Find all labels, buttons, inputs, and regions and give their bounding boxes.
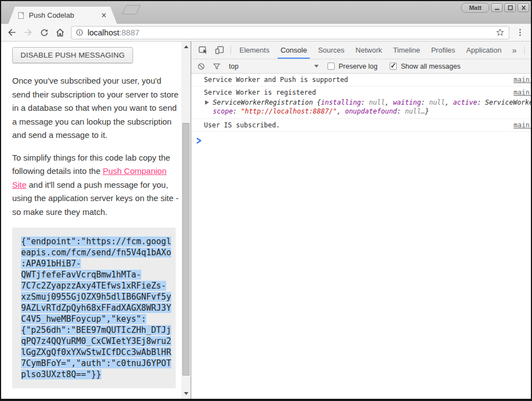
profile-badge[interactable]: Matt bbox=[461, 3, 489, 13]
reload-icon bbox=[39, 28, 49, 38]
show-all-messages-label: Show all messages bbox=[401, 63, 461, 70]
show-all-messages-checkbox[interactable] bbox=[390, 63, 397, 70]
object-preview[interactable]: ServiceWorkerRegistration {installing: n… bbox=[204, 98, 532, 116]
devtools-menu-button[interactable] bbox=[528, 42, 532, 59]
execution-context-value: top bbox=[229, 63, 238, 70]
block-icon bbox=[197, 62, 206, 71]
minimize-icon bbox=[493, 4, 501, 11]
home-icon bbox=[55, 27, 65, 38]
device-toolbar-icon bbox=[214, 45, 225, 55]
scroll-up-icon bbox=[184, 45, 188, 48]
close-button[interactable] bbox=[518, 3, 529, 12]
subscription-code-block: {"endpoint":"https://fcm.googl eapis.com… bbox=[12, 228, 176, 388]
show-all-messages-option[interactable]: Show all messages bbox=[390, 63, 461, 70]
forward-button[interactable] bbox=[20, 25, 36, 40]
url-port: :8887 bbox=[119, 28, 139, 37]
window-controls: Matt bbox=[461, 3, 529, 13]
reload-button[interactable] bbox=[36, 25, 52, 40]
filter-button[interactable] bbox=[212, 62, 221, 71]
page-scrollbar[interactable] bbox=[181, 42, 191, 399]
scroll-down-icon bbox=[184, 392, 188, 395]
browser-window: Push Codelab Matt bbox=[0, 0, 532, 401]
back-button[interactable] bbox=[4, 25, 20, 40]
console-source-link[interactable]: main.js:132 bbox=[514, 89, 532, 96]
home-button[interactable] bbox=[52, 25, 68, 40]
devtools-tab-timeline[interactable]: Timeline bbox=[387, 42, 426, 59]
scroll-down-button[interactable] bbox=[181, 389, 191, 398]
kebab-menu-icon bbox=[515, 28, 525, 37]
preserve-log-label: Preserve log bbox=[339, 63, 377, 70]
paragraph-subscription-info: Once you've subscribed your user, you'd … bbox=[12, 74, 180, 142]
devtools-tab-network[interactable]: Network bbox=[350, 42, 388, 59]
maximize-button[interactable] bbox=[504, 3, 516, 12]
console-message: Service Worker and Push is supportedmain… bbox=[191, 74, 532, 86]
url-host: localhost bbox=[88, 28, 119, 37]
minimize-button[interactable] bbox=[491, 3, 503, 12]
console-message-text: User IS subscribed. bbox=[204, 121, 507, 129]
tab-title: Push Codelab bbox=[29, 11, 101, 19]
content-area: DISABLE PUSH MESSAGING Once you've subsc… bbox=[1, 42, 531, 399]
devtools-tab-application[interactable]: Application bbox=[461, 42, 507, 59]
expand-arrow-icon[interactable] bbox=[205, 100, 209, 105]
prompt-chevron-icon bbox=[196, 137, 202, 144]
execution-context-select[interactable]: top bbox=[229, 63, 319, 70]
preserve-log-checkbox[interactable] bbox=[328, 63, 335, 70]
console-message: Service Worker is registeredmain.js:132S… bbox=[191, 86, 532, 119]
devtools-tab-profiles[interactable]: Profiles bbox=[426, 42, 461, 59]
paragraph-text: and it'll send a push message for you, u… bbox=[12, 180, 178, 217]
toolbar-divider bbox=[524, 46, 525, 54]
disable-push-button[interactable]: DISABLE PUSH MESSAGING bbox=[12, 47, 133, 63]
browser-menu-button[interactable] bbox=[512, 25, 528, 40]
funnel-icon bbox=[212, 62, 221, 71]
devtools-tab-console[interactable]: Console bbox=[275, 42, 313, 59]
console-prompt[interactable] bbox=[191, 132, 532, 146]
title-bar: Push Codelab Matt bbox=[1, 1, 531, 24]
chevron-down-icon bbox=[314, 65, 319, 68]
console-message-text: Service Worker is registered bbox=[204, 89, 507, 96]
page-favicon-icon bbox=[18, 12, 24, 19]
console-messages: Service Worker and Push is supportedmain… bbox=[191, 74, 532, 132]
inspect-cursor-icon bbox=[198, 45, 208, 55]
tab-close-icon[interactable] bbox=[101, 12, 107, 18]
console-message-text: Service Worker and Push is supported bbox=[204, 76, 507, 84]
address-bar[interactable]: localhost:8887 bbox=[71, 26, 509, 39]
object-preview-text: ServiceWorkerRegistration {installing: n… bbox=[213, 98, 532, 116]
back-arrow-icon bbox=[7, 27, 17, 38]
devtools-tab-strip: ElementsConsoleSourcesNetworkTimelinePro… bbox=[234, 42, 507, 59]
more-tabs-button[interactable]: » bbox=[507, 42, 521, 59]
paragraph-companion-info: To simplify things for this code lab cop… bbox=[12, 151, 180, 219]
scroll-up-button[interactable] bbox=[181, 43, 191, 51]
devtools-tab-elements[interactable]: Elements bbox=[234, 42, 275, 59]
devtools-tab-sources[interactable]: Sources bbox=[313, 42, 350, 59]
browser-tab[interactable]: Push Codelab bbox=[8, 7, 117, 24]
scrollbar-thumb[interactable] bbox=[182, 123, 190, 376]
console-source-link[interactable]: main.js:128 bbox=[514, 76, 532, 84]
device-toolbar-button[interactable] bbox=[211, 42, 228, 59]
bookmark-star-icon[interactable] bbox=[495, 28, 505, 37]
console-source-link[interactable]: main.js:118 bbox=[514, 121, 532, 129]
selected-subscription-text: {"endpoint":"https://fcm.googl eapis.com… bbox=[21, 237, 171, 379]
clear-console-button[interactable] bbox=[197, 62, 206, 71]
console-toolbar: top Preserve log Show all messages bbox=[191, 59, 532, 74]
navigation-toolbar: localhost:8887 bbox=[1, 24, 531, 42]
devtools-panel: ElementsConsoleSourcesNetworkTimelinePro… bbox=[191, 42, 532, 399]
close-icon bbox=[520, 4, 528, 11]
web-page: DISABLE PUSH MESSAGING Once you've subsc… bbox=[1, 42, 191, 399]
devtools-tab-bar: ElementsConsoleSourcesNetworkTimelinePro… bbox=[191, 42, 532, 59]
page-info-icon[interactable] bbox=[75, 28, 84, 37]
preserve-log-option[interactable]: Preserve log bbox=[328, 63, 377, 70]
inspect-element-button[interactable] bbox=[195, 42, 211, 59]
forward-arrow-icon bbox=[23, 27, 33, 38]
console-message: User IS subscribed.main.js:118 bbox=[191, 119, 532, 132]
new-tab-button[interactable] bbox=[122, 5, 141, 14]
toolbar-divider bbox=[231, 46, 231, 54]
maximize-icon bbox=[507, 4, 514, 11]
